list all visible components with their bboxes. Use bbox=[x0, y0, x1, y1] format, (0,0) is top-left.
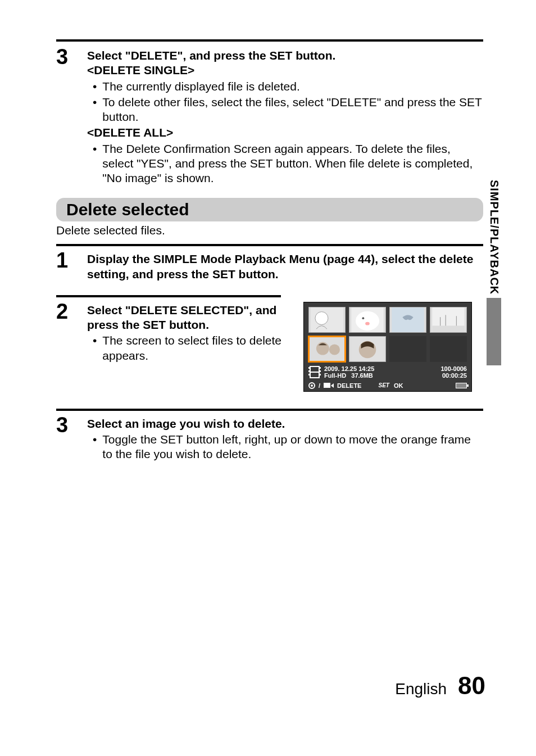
bullet-item: •The screen to select files to delete ap… bbox=[93, 333, 292, 363]
rule bbox=[56, 39, 483, 42]
step-number: 3 bbox=[56, 413, 87, 463]
step-number: 2 bbox=[56, 300, 87, 392]
step-title: Select "DELETE", and press the SET butto… bbox=[87, 48, 483, 63]
camera-screen: 2009. 12.25 14:25 Full-HD 37.6MB 100-000… bbox=[303, 302, 472, 392]
thumbnail bbox=[308, 307, 346, 333]
thumbnail-empty bbox=[389, 336, 426, 362]
camera-duration: 00:00:25 bbox=[441, 372, 467, 379]
camera-screen-illustration: 2009. 12.25 14:25 Full-HD 37.6MB 100-000… bbox=[303, 302, 483, 392]
step-title: Select an image you wish to delete. bbox=[87, 417, 483, 431]
bullet-list: •The Delete Confirmation Screen again ap… bbox=[87, 142, 483, 186]
subheading-delete-single: <DELETE SINGLE> bbox=[87, 63, 483, 78]
step-body: Select an image you wish to delete. •Tog… bbox=[87, 413, 483, 463]
svg-point-14 bbox=[329, 344, 340, 355]
thumbnail-grid bbox=[308, 307, 467, 362]
step-3b: 3 Select an image you wish to delete. •T… bbox=[56, 413, 483, 463]
video-mode-icon bbox=[324, 383, 334, 388]
bullet-text: The Delete Confirmation Screen again app… bbox=[102, 142, 483, 186]
film-icon bbox=[308, 365, 321, 380]
camera-datetime: 2009. 12.25 14:25 bbox=[324, 365, 374, 372]
page-footer: English 80 bbox=[395, 672, 485, 700]
step-body: Display the SIMPLE Mode Playback Menu (p… bbox=[87, 248, 483, 282]
step-body: Select "DELETE", and press the SET butto… bbox=[87, 45, 483, 187]
delete-label: DELETE bbox=[337, 382, 361, 389]
section-subtext: Delete selected files. bbox=[56, 224, 483, 237]
svg-point-5 bbox=[365, 322, 370, 325]
step-3a: 3 Select "DELETE", and press the SET but… bbox=[56, 45, 483, 187]
svg-rect-6 bbox=[392, 307, 424, 332]
footer-language: English bbox=[395, 680, 447, 698]
svg-rect-8 bbox=[432, 325, 464, 332]
bullet-item: •The currently displayed file is deleted… bbox=[93, 79, 483, 94]
battery-icon bbox=[456, 383, 467, 388]
thumbnail bbox=[349, 336, 386, 362]
svg-rect-20 bbox=[308, 374, 310, 375]
step-number: 1 bbox=[56, 248, 87, 282]
bullet-item: •The Delete Confirmation Screen again ap… bbox=[93, 142, 483, 186]
bullet-item: •To delete other files, select the files… bbox=[93, 95, 483, 125]
step-title: Display the SIMPLE Mode Playback Menu (p… bbox=[87, 252, 483, 282]
rule-short bbox=[56, 295, 281, 297]
bullet-list: •Toggle the SET button left, right, up o… bbox=[87, 432, 483, 462]
step-2-wrap: 2 Select "DELETE SELECTED", and press th… bbox=[56, 300, 483, 392]
footer-page-number: 80 bbox=[458, 672, 485, 700]
set-label: SET bbox=[378, 382, 389, 388]
bullet-text: Toggle the SET button left, right, up or… bbox=[102, 432, 483, 462]
svg-point-1 bbox=[315, 311, 328, 324]
camera-info-row: 2009. 12.25 14:25 Full-HD 37.6MB 100-000… bbox=[308, 365, 467, 380]
svg-point-4 bbox=[362, 317, 364, 319]
bullet-text: The screen to select files to delete app… bbox=[102, 333, 292, 363]
thumbnail bbox=[389, 307, 426, 333]
photo-mode-icon bbox=[308, 382, 315, 389]
step-title: Select "DELETE SELECTED", and press the … bbox=[87, 303, 292, 333]
rule bbox=[56, 409, 483, 411]
page-content: 3 Select "DELETE", and press the SET but… bbox=[56, 39, 483, 463]
slash: / bbox=[319, 382, 320, 389]
side-tab-label: SIMPLE/PLAYBACK bbox=[488, 180, 501, 295]
bullet-text: To delete other files, select the files,… bbox=[102, 95, 483, 125]
side-tab-marker bbox=[487, 298, 501, 365]
step-number: 3 bbox=[56, 45, 87, 187]
ok-label: OK bbox=[394, 382, 403, 389]
svg-rect-21 bbox=[319, 367, 321, 369]
svg-rect-18 bbox=[308, 367, 310, 369]
step-2: 2 Select "DELETE SELECTED", and press th… bbox=[56, 300, 292, 392]
camera-quality: Full-HD bbox=[324, 372, 346, 379]
step-body: Select "DELETE SELECTED", and press the … bbox=[87, 300, 292, 392]
side-tab: SIMPLE/PLAYBACK bbox=[485, 180, 502, 365]
section: Delete selected Delete selected files. bbox=[56, 198, 483, 237]
step-1: 1 Display the SIMPLE Mode Playback Menu … bbox=[56, 248, 483, 282]
thumbnail bbox=[349, 307, 386, 333]
section-heading: Delete selected bbox=[56, 198, 483, 221]
thumbnail bbox=[430, 307, 467, 333]
subheading-delete-all: <DELETE ALL> bbox=[87, 125, 483, 140]
camera-filesize: 37.6MB bbox=[351, 372, 373, 379]
svg-point-3 bbox=[356, 311, 379, 330]
thumbnail-selected bbox=[308, 336, 346, 362]
svg-rect-19 bbox=[308, 370, 310, 372]
camera-file-number: 100-0006 bbox=[441, 365, 467, 372]
bullet-text: The currently displayed file is deleted. bbox=[102, 79, 299, 94]
thumbnail-empty bbox=[430, 336, 467, 362]
bullet-list: •The currently displayed file is deleted… bbox=[87, 79, 483, 125]
bullet-item: •Toggle the SET button left, right, up o… bbox=[93, 432, 483, 462]
bullet-list: •The screen to select files to delete ap… bbox=[87, 333, 292, 363]
camera-bottom-bar: / DELETE SET OK bbox=[308, 382, 467, 389]
svg-rect-22 bbox=[319, 370, 321, 372]
svg-rect-23 bbox=[319, 374, 321, 375]
rule bbox=[56, 244, 483, 246]
